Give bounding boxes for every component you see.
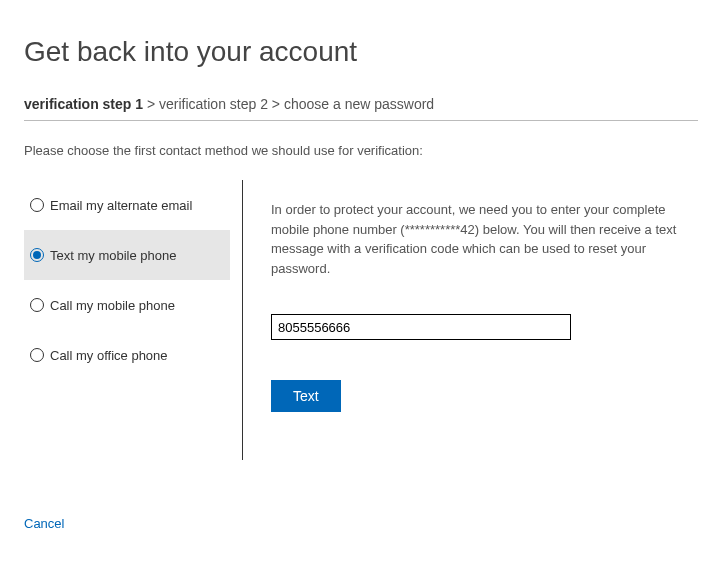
radio-icon <box>30 198 44 212</box>
page-title: Get back into your account <box>24 36 698 68</box>
method-description: In order to protect your account, we nee… <box>271 200 698 278</box>
instruction-text: Please choose the first contact method w… <box>24 143 698 158</box>
breadcrumb-step3: choose a new password <box>284 96 434 112</box>
breadcrumb-step1: verification step 1 <box>24 96 143 112</box>
method-call-mobile[interactable]: Call my mobile phone <box>24 280 230 330</box>
method-call-office[interactable]: Call my office phone <box>24 330 230 380</box>
method-label: Call my office phone <box>50 348 168 363</box>
vertical-separator <box>242 180 243 460</box>
method-list: Email my alternate email Text my mobile … <box>24 180 230 460</box>
phone-input[interactable] <box>271 314 571 340</box>
breadcrumb-sep: > <box>268 96 284 112</box>
divider <box>24 120 698 121</box>
verification-area: Email my alternate email Text my mobile … <box>24 180 698 460</box>
breadcrumb-step2: verification step 2 <box>159 96 268 112</box>
radio-icon <box>30 298 44 312</box>
method-email-alternate[interactable]: Email my alternate email <box>24 180 230 230</box>
breadcrumb: verification step 1 > verification step … <box>24 96 698 112</box>
details-pane: In order to protect your account, we nee… <box>271 180 698 460</box>
method-label: Call my mobile phone <box>50 298 175 313</box>
radio-icon <box>30 348 44 362</box>
radio-icon <box>30 248 44 262</box>
method-text-mobile[interactable]: Text my mobile phone <box>24 230 230 280</box>
breadcrumb-sep: > <box>143 96 159 112</box>
cancel-link[interactable]: Cancel <box>24 516 64 531</box>
method-label: Text my mobile phone <box>50 248 176 263</box>
text-button[interactable]: Text <box>271 380 341 412</box>
method-label: Email my alternate email <box>50 198 192 213</box>
